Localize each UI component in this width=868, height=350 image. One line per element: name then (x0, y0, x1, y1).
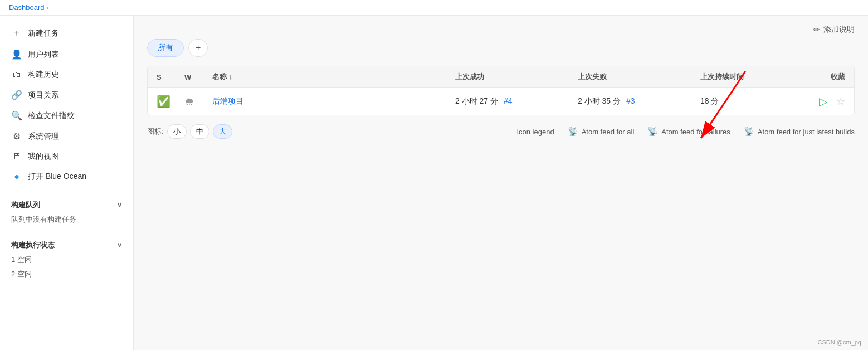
row-last-failure: 2 小时 35 分 #3 (578, 96, 700, 106)
build-status-toggle[interactable]: ∨ (117, 241, 122, 249)
blue-ocean-icon: ● (11, 172, 22, 182)
build-queue-toggle[interactable]: ∨ (117, 201, 122, 209)
main-content: ✏ 添加说明 所有 + S W 名称 ↓ 上次成功 上次失败 上次持续时间 收藏… (134, 16, 868, 350)
tab-all[interactable]: 所有 (147, 39, 184, 57)
icon-size-controls: 图标: 小 中 大 (147, 124, 232, 139)
row-name: 后端项目 (212, 96, 455, 106)
last-failure-time: 2 小时 35 分 (578, 96, 621, 105)
sidebar-item-project-relations[interactable]: 🔗 项目关系 (0, 85, 133, 105)
add-description-button[interactable]: ✏ 添加说明 (813, 25, 855, 35)
col-last-success: 上次成功 (455, 72, 578, 82)
feed-all-icon: 📡 (568, 127, 578, 137)
tabs-bar: 所有 + (147, 39, 855, 57)
atom-feed-all-label: Atom feed for all (582, 128, 635, 136)
top-toolbar: ✏ 添加说明 (147, 25, 855, 35)
window-icon: 🖥 (11, 152, 22, 162)
atom-feed-latest-label: Atom feed for just latest builds (758, 128, 855, 136)
sidebar-item-blue-ocean[interactable]: ● 打开 Blue Ocean (0, 167, 133, 187)
row-status: ✅ (157, 95, 184, 108)
col-favorite: 收藏 (801, 72, 845, 82)
executor-1: 1 空闲 (0, 252, 133, 267)
sidebar-item-label-build-history: 构建历史 (28, 70, 59, 80)
icon-size-label: 图标: (147, 127, 164, 137)
sidebar-item-label-my-view: 我的视图 (28, 152, 59, 162)
fingerprint-icon: 🔍 (11, 110, 22, 121)
last-success-build-link[interactable]: #4 (504, 96, 513, 105)
sidebar-item-system-manage[interactable]: ⚙ 系统管理 (0, 126, 133, 147)
col-last-duration: 上次持续时间 (700, 72, 801, 82)
row-last-duration: 18 分 (700, 96, 801, 106)
sidebar-item-label-user-list: 用户列表 (28, 50, 59, 60)
plus-icon: ＋ (11, 27, 22, 39)
size-medium-button[interactable]: 中 (190, 124, 209, 139)
build-queue-section: 构建队列 ∨ (0, 196, 133, 212)
size-small-button[interactable]: 小 (167, 124, 187, 139)
sidebar-item-my-view[interactable]: 🖥 我的视图 (0, 147, 133, 167)
breadcrumb-dashboard[interactable]: Dashboard (9, 3, 45, 12)
build-queue-label: 构建队列 (11, 200, 40, 210)
build-status-section: 构建执行状态 ∨ (0, 236, 133, 252)
row-last-success: 2 小时 27 分 #4 (455, 96, 578, 106)
last-success-time: 2 小时 27 分 (455, 96, 498, 105)
build-table: S W 名称 ↓ 上次成功 上次失败 上次持续时间 收藏 ✅ 🌧 后端项目 (147, 66, 855, 115)
sidebar-item-build-history[interactable]: 🗂 构建历史 (0, 65, 133, 85)
icon-legend-label: Icon legend (516, 128, 554, 136)
sidebar: ＋ 新建任务 👤 用户列表 🗂 构建历史 🔗 项目关系 🔍 检查文件指纹 ⚙ 系… (0, 16, 134, 350)
status-ok-icon: ✅ (157, 95, 170, 108)
atom-feed-failures-label: Atom feed for failures (661, 128, 730, 136)
breadcrumb-chevron: › (47, 4, 49, 12)
col-name: 名称 ↓ (212, 72, 455, 82)
footer-bar: 图标: 小 中 大 Icon legend 📡 Atom feed for al… (147, 124, 855, 139)
atom-feed-failures-link[interactable]: 📡 Atom feed for failures (647, 127, 730, 137)
col-s: S (157, 73, 184, 81)
feed-failures-icon: 📡 (647, 127, 658, 137)
feed-latest-icon: 📡 (744, 127, 754, 137)
star-button[interactable]: ☆ (836, 95, 845, 108)
build-status-label: 构建执行状态 (11, 240, 55, 250)
watermark: CSDN @cm_pq (818, 339, 861, 346)
sidebar-item-label-blue-ocean: 打开 Blue Ocean (28, 172, 86, 182)
tab-add[interactable]: + (188, 39, 208, 57)
sidebar-item-label-project-relations: 项目关系 (28, 90, 59, 100)
add-description-label: 添加说明 (823, 25, 855, 35)
sidebar-item-user-list[interactable]: 👤 用户列表 (0, 44, 133, 65)
row-actions: ▷ ☆ (801, 95, 845, 108)
footer-links: Icon legend 📡 Atom feed for all 📡 Atom f… (516, 127, 855, 137)
row-weather: 🌧 (184, 96, 212, 108)
sidebar-item-label-new-task: 新建任务 (28, 28, 59, 38)
history-icon: 🗂 (11, 70, 22, 80)
executor-2: 2 空闲 (0, 267, 133, 281)
sidebar-item-file-fingerprint[interactable]: 🔍 检查文件指纹 (0, 105, 133, 126)
table-row: ✅ 🌧 后端项目 2 小时 27 分 #4 2 小时 35 分 #3 18 分 (148, 88, 854, 115)
last-failure-build-link[interactable]: #3 (626, 96, 635, 105)
sidebar-item-label-system-manage: 系统管理 (28, 132, 59, 142)
col-last-failure: 上次失败 (578, 72, 700, 82)
edit-icon: ✏ (813, 25, 820, 34)
atom-feed-all-link[interactable]: 📡 Atom feed for all (568, 127, 635, 137)
atom-feed-latest-link[interactable]: 📡 Atom feed for just latest builds (744, 127, 855, 137)
link-icon: 🔗 (11, 90, 22, 100)
people-icon: 👤 (11, 49, 22, 60)
sidebar-item-label-file-fingerprint: 检查文件指纹 (28, 111, 75, 121)
sidebar-item-new-task[interactable]: ＋ 新建任务 (0, 22, 133, 44)
icon-legend-link[interactable]: Icon legend (516, 128, 554, 136)
col-w: W (184, 73, 212, 81)
size-large-button[interactable]: 大 (213, 124, 232, 139)
weather-icon: 🌧 (184, 96, 194, 107)
play-button[interactable]: ▷ (819, 95, 827, 108)
table-header: S W 名称 ↓ 上次成功 上次失败 上次持续时间 收藏 (148, 66, 854, 88)
gear-icon: ⚙ (11, 131, 22, 142)
project-link[interactable]: 后端项目 (212, 96, 243, 105)
build-queue-empty: 队列中没有构建任务 (0, 212, 133, 227)
breadcrumb: Dashboard › (0, 0, 868, 16)
